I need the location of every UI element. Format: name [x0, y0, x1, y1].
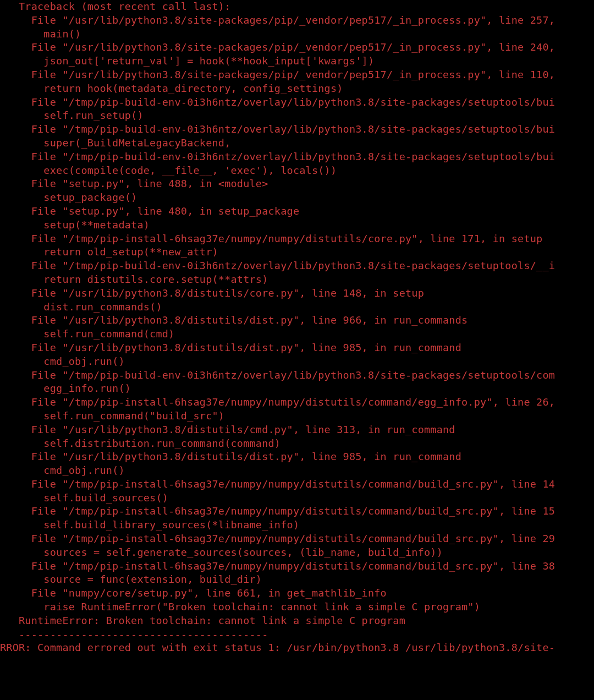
- tb-frame-5-loc: File "/tmp/pip-build-env-0i3h6ntz/overla…: [0, 151, 555, 162]
- tb-frame-17-code: self.build_sources(): [0, 492, 168, 504]
- tb-frame-10-loc: File "/usr/lib/python3.8/distutils/core.…: [0, 287, 424, 299]
- tb-frame-14-code: self.run_command("build_src"): [0, 410, 224, 422]
- tb-frame-21-code: raise RuntimeError("Broken toolchain: ca…: [0, 601, 480, 612]
- tb-frame-14-loc: File "/tmp/pip-install-6hsag37e/numpy/nu…: [0, 396, 555, 408]
- tb-frame-6-loc: File "setup.py", line 488, in <module>: [0, 178, 268, 189]
- tb-frame-3-code: self.run_setup(): [0, 110, 144, 121]
- tb-frame-21-loc: File "numpy/core/setup.py", line 661, in…: [0, 587, 387, 599]
- tb-frame-19-code: sources = self.generate_sources(sources,…: [0, 546, 443, 558]
- tb-frame-16-loc: File "/usr/lib/python3.8/distutils/dist.…: [0, 451, 461, 462]
- tb-frame-4-code: super(_BuildMetaLegacyBackend,: [0, 137, 231, 149]
- tb-frame-12-loc: File "/usr/lib/python3.8/distutils/dist.…: [0, 342, 461, 353]
- tb-frame-0-code: main(): [0, 28, 81, 40]
- tb-frame-18-code: self.build_library_sources(*libname_info…: [0, 519, 299, 531]
- tb-frame-11-loc: File "/usr/lib/python3.8/distutils/dist.…: [0, 314, 468, 326]
- tb-frame-5-code: exec(compile(code, __file__, 'exec'), lo…: [0, 165, 337, 176]
- tb-frame-11-code: self.run_command(cmd): [0, 328, 174, 340]
- tb-frame-20-loc: File "/tmp/pip-install-6hsag37e/numpy/nu…: [0, 560, 555, 572]
- traceback-header: Traceback (most recent call last):: [0, 1, 231, 12]
- tb-frame-1-loc: File "/usr/lib/python3.8/site-packages/p…: [0, 41, 555, 53]
- tb-frame-13-code: egg_info.run(): [0, 382, 131, 394]
- tb-frame-16-code: cmd_obj.run(): [0, 464, 125, 476]
- tb-frame-7-loc: File "setup.py", line 480, in setup_pack…: [0, 205, 299, 217]
- tb-frame-13-loc: File "/tmp/pip-build-env-0i3h6ntz/overla…: [0, 369, 555, 381]
- tb-frame-18-loc: File "/tmp/pip-install-6hsag37e/numpy/nu…: [0, 505, 555, 517]
- tb-frame-12-code: cmd_obj.run(): [0, 356, 125, 367]
- tb-frame-0-loc: File "/usr/lib/python3.8/site-packages/p…: [0, 14, 555, 26]
- tb-frame-19-loc: File "/tmp/pip-install-6hsag37e/numpy/nu…: [0, 533, 555, 544]
- tb-frame-1-code: json_out['return_val'] = hook(**hook_inp…: [0, 55, 374, 67]
- tb-frame-3-loc: File "/tmp/pip-build-env-0i3h6ntz/overla…: [0, 96, 555, 108]
- tb-frame-8-code: return old_setup(**new_attr): [0, 246, 218, 258]
- tb-frame-15-loc: File "/usr/lib/python3.8/distutils/cmd.p…: [0, 424, 455, 435]
- runtime-error-line: RuntimeError: Broken toolchain: cannot l…: [0, 615, 405, 626]
- tb-frame-20-code: source = func(extension, build_dir): [0, 573, 262, 585]
- tb-frame-4-loc: File "/tmp/pip-build-env-0i3h6ntz/overla…: [0, 123, 555, 135]
- tb-frame-17-loc: File "/tmp/pip-install-6hsag37e/numpy/nu…: [0, 478, 555, 490]
- tb-frame-15-code: self.distribution.run_command(command): [0, 438, 280, 449]
- tb-frame-9-loc: File "/tmp/pip-build-env-0i3h6ntz/overla…: [0, 260, 555, 271]
- tb-frame-2-loc: File "/usr/lib/python3.8/site-packages/p…: [0, 69, 555, 80]
- tb-frame-8-loc: File "/tmp/pip-install-6hsag37e/numpy/nu…: [0, 233, 542, 244]
- separator-line: ----------------------------------------: [0, 628, 268, 640]
- tb-frame-7-code: setup(**metadata): [0, 219, 150, 231]
- terminal-output[interactable]: Traceback (most recent call last): File …: [0, 0, 594, 655]
- tb-frame-9-code: return distutils.core.setup(**attrs): [0, 274, 268, 285]
- tb-frame-6-code: setup_package(): [0, 192, 137, 203]
- tb-frame-2-code: return hook(metadata_directory, config_s…: [0, 83, 343, 94]
- pip-error-footer: RROR: Command errored out with exit stat…: [0, 642, 555, 653]
- tb-frame-10-code: dist.run_commands(): [0, 301, 162, 313]
